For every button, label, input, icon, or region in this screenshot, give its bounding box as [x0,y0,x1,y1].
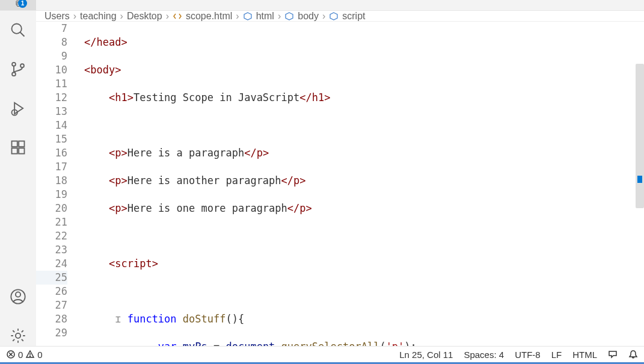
tab-bar: 1 [0,0,644,11]
overview-ruler-mark [637,176,642,183]
settings-activity-button[interactable] [10,327,26,346]
extensions-icon [10,139,26,156]
line-number: 9 [36,49,67,63]
code-lines[interactable]: </head> <body> <h1>Testing Scope in Java… [84,22,644,346]
line-number: 8 [36,35,67,49]
code-line[interactable] [84,229,644,243]
code-line[interactable]: <p>Here is a paragraph</p> [84,146,644,160]
language-status[interactable]: HTML [572,350,597,360]
bell-icon[interactable] [628,350,638,359]
line-gutter: 7 8 9 10 11 12 13 14 15 16 17 18 19 20 2… [36,22,84,346]
status-bar: 0 0 Ln 25, Col 11 Spaces: 4 UTF-8 LF HTM… [0,346,644,362]
chevron-right-icon: › [322,11,325,22]
line-number: 18 [36,174,67,188]
line-number: 12 [36,91,67,105]
code-line[interactable] [84,285,644,298]
error-count: 0 [18,350,23,360]
symbol-module-icon [284,11,294,21]
chevron-right-icon: › [166,11,169,22]
breadcrumb-seg[interactable]: body [298,11,319,22]
file-code-icon [173,11,182,21]
svg-rect-11 [12,148,17,153]
line-number: 16 [36,146,67,160]
line-number: 11 [36,77,67,91]
code-line[interactable]: var myPs = document.querySelectorAll('p'… [84,340,644,346]
breadcrumb-seg[interactable]: html [256,11,274,22]
chevron-right-icon: › [278,11,281,22]
code-line[interactable]: <h1>Testing Scope in JavaScript</h1> [84,91,644,105]
line-number: 29 [36,326,67,340]
account-icon [10,288,26,305]
svg-point-5 [12,72,16,76]
breadcrumb-seg[interactable]: scope.html [186,11,232,22]
editor-area: Users› teaching› Desktop› scope.html› ht… [36,11,644,346]
svg-line-3 [20,32,25,37]
code-line[interactable]: <body> [84,63,644,77]
debug-activity-button[interactable] [10,100,26,119]
problems-status[interactable]: 0 0 [6,350,43,360]
eol-status[interactable]: LF [551,350,562,360]
indent-status[interactable]: Spaces: 4 [464,350,504,360]
symbol-module-icon [243,11,253,21]
line-number: 25 [36,271,67,285]
line-number: 13 [36,105,67,119]
warning-count: 0 [37,350,42,360]
line-number: 7 [36,22,67,35]
line-number: 27 [36,298,67,312]
line-number: 10 [36,63,67,77]
account-activity-button[interactable] [10,288,26,307]
search-activity-button[interactable] [10,22,26,40]
line-number: 22 [36,229,67,243]
svg-point-14 [16,292,20,297]
svg-rect-9 [12,141,17,147]
search-icon [10,22,26,39]
vertical-scrollbar[interactable] [636,64,644,208]
cursor-position[interactable]: Ln 25, Col 11 [399,350,453,360]
feedback-icon[interactable] [608,350,618,359]
svg-marker-7 [14,103,23,114]
line-number: 23 [36,243,67,257]
encoding-status[interactable]: UTF-8 [515,350,541,360]
extensions-activity-button[interactable] [10,139,26,158]
code-editor[interactable]: 7 8 9 10 11 12 13 14 15 16 17 18 19 20 2… [36,22,644,346]
scm-activity-button[interactable] [10,61,26,79]
breadcrumb[interactable]: Users› teaching› Desktop› scope.html› ht… [36,11,644,22]
chevron-right-icon: › [236,11,239,22]
line-number: 17 [36,160,67,174]
line-number: 21 [36,215,67,229]
svg-point-2 [12,24,22,34]
line-number: 14 [36,119,67,132]
error-icon [6,350,16,359]
chevron-right-icon: › [73,11,76,22]
breadcrumb-seg[interactable]: script [342,11,365,22]
code-line[interactable]: <p>Here is another paragraph</p> [84,174,644,188]
line-number: 28 [36,312,67,326]
svg-point-6 [20,64,24,67]
line-number: 20 [36,202,67,215]
svg-point-4 [12,63,16,66]
branch-icon [10,61,26,78]
code-line[interactable]: </head> [84,35,644,49]
chevron-right-icon: › [120,11,123,22]
svg-rect-10 [19,141,24,147]
gear-icon [10,327,26,344]
svg-point-15 [16,333,20,338]
line-number: 24 [36,257,67,271]
run-debug-icon [10,100,26,117]
code-line[interactable] [84,119,644,132]
line-number: 26 [36,285,67,298]
breadcrumb-seg[interactable]: Desktop [127,11,162,22]
code-line[interactable]: <script> [84,257,644,271]
svg-point-20 [30,356,31,357]
breadcrumb-seg[interactable]: teaching [80,11,117,22]
symbol-module-icon [329,11,339,21]
explorer-activity-button[interactable]: 1 [0,0,36,10]
code-line[interactable]: <p>Here is one more paragraph</p> [84,202,644,215]
warning-icon [25,350,35,359]
main-layout: Users› teaching› Desktop› scope.html› ht… [0,11,644,346]
code-line[interactable]: ɪ function doStuff(){ [84,312,644,326]
activity-bar [0,11,36,346]
svg-rect-12 [19,148,24,153]
line-number: 15 [36,132,67,146]
breadcrumb-seg[interactable]: Users [44,11,70,22]
